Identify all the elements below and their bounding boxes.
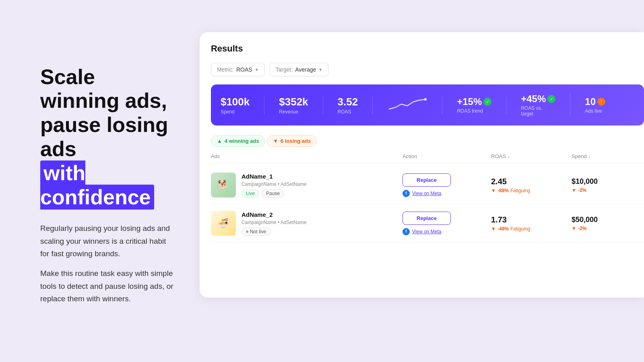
- ad-details-1: AdName_1 CampaignName • AdSetName Live P…: [242, 173, 307, 197]
- metric-chevron-icon: ▼: [255, 68, 259, 72]
- body-text-2: Make this routine task easy with simple …: [40, 267, 175, 305]
- roas-change-1: ▼ -89% Fatiguing: [491, 188, 572, 193]
- stat-ads-live: 10 ! Ads live: [585, 96, 620, 114]
- col-ads-label: Ads: [211, 153, 220, 159]
- roas-down-icon-2: ▼: [491, 226, 496, 232]
- roas-trend-check-icon: ✓: [483, 98, 491, 106]
- ad-status-row-1: Live Pause: [242, 189, 307, 197]
- body-text-group: Regularly pausing your losing ads and sc…: [40, 222, 175, 305]
- roas-cell-1: 2.45 ▼ -89% Fatiguing: [491, 177, 572, 193]
- spend-value-1: $10,000: [572, 177, 644, 186]
- target-value: Average: [295, 66, 316, 73]
- results-card: Results Metric: ROAS ▼ Target: Average ▼…: [200, 32, 644, 298]
- right-panel: Results Metric: ROAS ▼ Target: Average ▼…: [200, 0, 644, 362]
- spend-value-2: $50,000: [572, 216, 644, 224]
- meta-link-2[interactable]: f View on Meta: [402, 228, 491, 235]
- col-roas-label: ROAS: [491, 153, 506, 159]
- losing-badge-label: 6 losing ads: [281, 138, 311, 144]
- meta-icon-2: f: [402, 228, 410, 235]
- roas-change-2: ▼ -49% Fatiguing: [491, 226, 572, 232]
- roas-sort-icon: ↓: [508, 154, 510, 159]
- table-row: 🐕 AdName_1 CampaignName • AdSetName Live…: [211, 166, 644, 204]
- ad-details-2: AdName_2 CampaignName • AdSetName Not li…: [242, 211, 307, 236]
- col-header-roas: ROAS ↓: [491, 153, 572, 159]
- ads-live-label: Ads live: [585, 108, 605, 114]
- meta-icon-1: f: [402, 190, 410, 197]
- roas-pct-1: -89%: [497, 188, 509, 193]
- winning-badge: ▲ 4 winning ads: [211, 135, 265, 147]
- roas-pct-2: -49%: [497, 226, 509, 232]
- body-text-1: Regularly pausing your losing ads and sc…: [40, 222, 175, 260]
- replace-button-2[interactable]: Replace: [402, 212, 451, 225]
- stat-roas: 3.52 ROAS: [338, 96, 373, 115]
- action-cell-2: Replace f View on Meta: [402, 212, 491, 235]
- losing-triangle-icon: ▼: [273, 138, 278, 144]
- roas-trend-value: +15%: [457, 96, 482, 107]
- roas-value-2: 1.73: [491, 215, 572, 224]
- spend-down-icon-1: ▼: [572, 187, 576, 193]
- table-header: Ads Action ROAS ↓ Spend ↓: [211, 153, 644, 164]
- ads-live-warning-icon: !: [597, 98, 605, 106]
- roas-target-label: ROAS vs. target: [521, 105, 555, 117]
- stat-spend: $100k Spend: [221, 96, 264, 115]
- roas-target-check-icon: ✓: [547, 95, 555, 103]
- ad-status-row-2: Not live: [242, 228, 307, 236]
- action-cell-1: Replace f View on Meta: [402, 173, 491, 197]
- roas-value-1: 2.45: [491, 177, 572, 186]
- roas-down-icon-1: ▼: [491, 188, 496, 193]
- ad-name-2: AdName_2: [242, 211, 307, 218]
- ad-thumbnail-2: 🍜: [211, 211, 236, 236]
- sparkline-svg: [387, 96, 427, 112]
- ad-info-2: 🍜 AdName_2 CampaignName • AdSetName Not …: [211, 211, 402, 236]
- headline-line1: Scale winning ads,: [40, 65, 167, 113]
- sparkline-chart: [387, 96, 442, 114]
- stat-roas-trend: +15% ✓ ROAS trend: [457, 96, 506, 114]
- spend-down-icon-2: ▼: [572, 226, 576, 231]
- stat-spend-label: Spend: [221, 109, 250, 115]
- replace-button-1[interactable]: Replace: [402, 173, 451, 187]
- stat-revenue-label: Revenue: [279, 109, 308, 115]
- headline: Scale winning ads, pause losing ads with…: [40, 65, 175, 210]
- status-not-live-badge: Not live: [242, 228, 270, 236]
- metric-value: ROAS: [236, 66, 252, 73]
- meta-link-label-2: View on Meta: [412, 229, 442, 234]
- metric-label: Metric:: [217, 66, 234, 73]
- spend-pct-1: -2%: [578, 187, 586, 193]
- stat-roas-target: +45% ✓ ROAS vs. target: [521, 93, 570, 117]
- metric-dropdown[interactable]: Metric: ROAS ▼: [211, 63, 265, 76]
- spend-cell-2: $50,000 ▼ -2%: [572, 216, 644, 231]
- col-header-spend: Spend ↓: [572, 153, 644, 159]
- target-dropdown[interactable]: Target: Average ▼: [270, 63, 329, 76]
- ad-info-1: 🐕 AdName_1 CampaignName • AdSetName Live…: [211, 173, 402, 197]
- table-row: 🍜 AdName_2 CampaignName • AdSetName Not …: [211, 204, 644, 243]
- left-panel: Scale winning ads, pause losing ads with…: [0, 0, 200, 362]
- spend-change-1: ▼ -2%: [572, 187, 644, 193]
- target-label: Target:: [276, 66, 293, 73]
- stat-roas-value: 3.52: [338, 96, 358, 108]
- filter-bar: Metric: ROAS ▼ Target: Average ▼: [211, 63, 644, 76]
- ad-campaign-2: CampaignName • AdSetName: [242, 220, 307, 225]
- roas-target-value: +45%: [521, 93, 546, 105]
- status-dot-icon: [246, 230, 248, 233]
- spend-sort-icon: ↓: [588, 154, 591, 159]
- spend-cell-1: $10,000 ▼ -2%: [572, 177, 644, 193]
- meta-link-label-1: View on Meta: [412, 191, 442, 196]
- col-header-action: Action: [402, 153, 491, 159]
- losing-badge: ▼ 6 losing ads: [267, 135, 317, 147]
- stat-spend-value: $100k: [221, 96, 250, 108]
- status-pause-badge[interactable]: Pause: [262, 189, 284, 197]
- headline-line2: pause losing ads: [40, 113, 168, 160]
- col-header-ads: Ads: [211, 153, 402, 159]
- winning-triangle-icon: ▲: [217, 138, 222, 144]
- ads-live-value: 10: [585, 96, 596, 107]
- headline-highlight: with confidence: [40, 160, 154, 210]
- stat-roas-label: ROAS: [338, 109, 358, 115]
- roas-tag-2: Fatiguing: [510, 226, 530, 232]
- svg-point-0: [424, 98, 427, 101]
- spend-pct-2: -2%: [578, 226, 586, 231]
- roas-cell-2: 1.73 ▼ -49% Fatiguing: [491, 215, 572, 232]
- results-title: Results: [211, 43, 644, 54]
- stat-revenue: $352k Revenue: [279, 96, 323, 115]
- spend-change-2: ▼ -2%: [572, 226, 644, 231]
- meta-link-1[interactable]: f View on Meta: [402, 190, 491, 197]
